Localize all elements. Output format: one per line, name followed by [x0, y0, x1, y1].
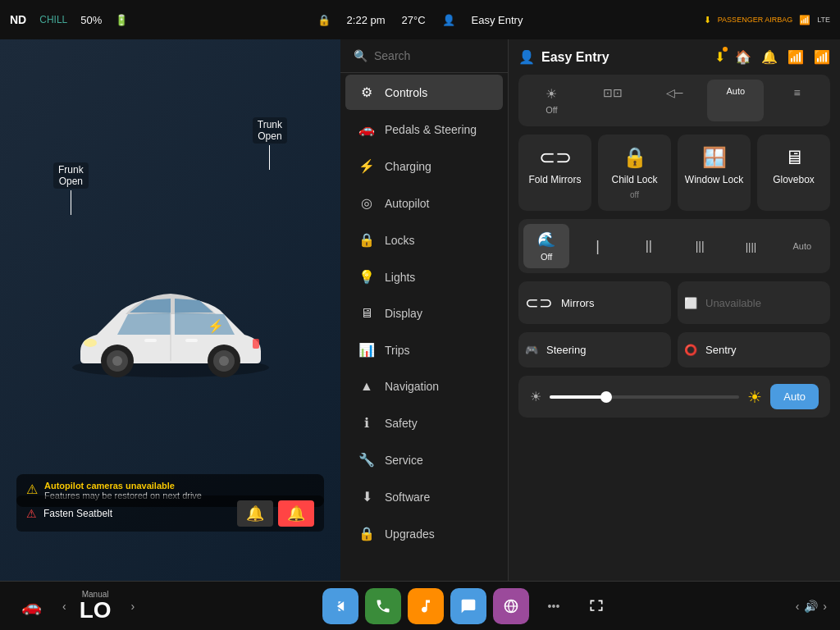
search-bar[interactable]: 🔍	[340, 39, 508, 73]
wiper-speed1-icon: |	[596, 238, 600, 255]
mirrors-row: ⊂⊃ Mirrors ⬜ Unavailable	[518, 281, 830, 324]
car-svg: ⚡	[56, 253, 285, 400]
auto-brightness-button[interactable]: Auto	[770, 384, 819, 409]
search-input[interactable]	[374, 49, 509, 62]
mirrors-button[interactable]: ⊂⊃ Mirrors	[518, 281, 671, 324]
home-icon[interactable]: 🏠	[735, 49, 751, 65]
music-app-icon[interactable]	[408, 588, 444, 624]
wiper-speed2-icon: ||	[646, 239, 652, 253]
service-label: Service	[385, 454, 423, 467]
nav-item-safety[interactable]: ℹ Safety	[345, 405, 503, 441]
window-lock-button[interactable]: 🪟 Window Lock	[678, 135, 751, 211]
lights-auto-label: Auto	[726, 86, 745, 96]
bluetooth-icon[interactable]: 📶	[788, 49, 804, 65]
messages-app-icon[interactable]	[450, 588, 486, 624]
lte-icon: LTE	[817, 16, 830, 24]
phone-app-icon[interactable]	[365, 588, 401, 624]
fullscreen-icon[interactable]	[578, 588, 614, 624]
trips-icon: 📊	[358, 342, 375, 358]
lights-label: Lights	[385, 271, 415, 284]
nav-item-upgrades[interactable]: 🔒 Upgrades	[345, 516, 503, 551]
mirrors-adjust-icon: ⊂⊃	[525, 293, 553, 313]
lock-icon: 🔒	[317, 14, 331, 26]
svg-rect-11	[144, 339, 157, 342]
svg-point-8	[84, 339, 97, 347]
nav-item-pedals[interactable]: 🚗 Pedals & Steering	[345, 112, 503, 147]
navigation-label: Navigation	[385, 380, 439, 393]
controls-icon: ⚙	[358, 84, 375, 100]
wiper-speed3-icon: |||	[696, 240, 705, 253]
fold-mirrors-icon: ⊂⊃	[539, 146, 572, 169]
navigation-panel: 🔍 ⚙ Controls 🚗 Pedals & Steering ⚡ Charg…	[340, 39, 509, 581]
nav-item-display[interactable]: 🖥 Display	[345, 296, 503, 331]
signal-icon: 📶	[799, 15, 810, 25]
nav-item-service[interactable]: 🔧 Service	[345, 442, 503, 477]
more-apps-icon[interactable]: •••	[536, 588, 572, 624]
gear-next-arrow[interactable]: ›	[125, 596, 142, 616]
nav-item-locks[interactable]: 🔒 Locks	[345, 222, 503, 258]
nav-item-autopilot[interactable]: ◎ Autopilot	[345, 185, 503, 221]
child-lock-status: off	[630, 190, 639, 199]
controls-panel: 👤 Easy Entry ⬇ 🏠 🔔 📶 📶 ☀ Off ⊡⊡ ◁─ Auto …	[509, 39, 840, 581]
wiper-speed1-button[interactable]: |	[574, 231, 620, 262]
brightness-row: ☀ ☀ Auto	[518, 376, 830, 418]
svg-point-4	[112, 356, 122, 366]
nav-item-charging[interactable]: ⚡ Charging	[345, 148, 503, 184]
lights-auto-button[interactable]: Auto	[707, 80, 764, 121]
svg-rect-12	[185, 339, 198, 342]
unavailable-icon: ⬜	[684, 297, 697, 309]
brightness-slider[interactable]	[550, 395, 739, 399]
volume-icon[interactable]: 🔊	[804, 600, 818, 613]
lights-low-button[interactable]: ◁─	[646, 80, 703, 121]
wiper-off-button[interactable]: 🌊 Off	[523, 224, 569, 268]
bluetooth-app-icon[interactable]	[322, 588, 358, 624]
lights-icon: 💡	[358, 269, 375, 285]
panel-header: 👤 Easy Entry ⬇ 🏠 🔔 📶 📶	[518, 49, 830, 65]
unavailable-label: Unavailable	[705, 297, 761, 309]
lights-off-button[interactable]: ☀ Off	[523, 80, 580, 121]
high-beam-icon: ≡	[794, 86, 801, 99]
download-status-icon[interactable]: ⬇	[714, 49, 725, 65]
charging-label: Charging	[385, 160, 431, 173]
browser-app-icon[interactable]	[493, 588, 529, 624]
child-lock-button[interactable]: 🔒 Child Lock off	[598, 135, 671, 211]
car-area: FrunkOpen TrunkOpen	[0, 39, 340, 581]
wiper-auto-button[interactable]: Auto	[779, 235, 825, 258]
nav-item-software[interactable]: ⬇ Software	[345, 479, 503, 514]
autopilot-icon: ◎	[358, 195, 375, 211]
header-icons: ⬇ 🏠 🔔 📶 📶	[714, 49, 830, 65]
signal-bars-icon[interactable]: 📶	[814, 49, 830, 65]
left-status: ND CHILL 50% 🔋	[10, 13, 128, 26]
temperature: 27°C	[402, 14, 426, 26]
wiper-speed4-button[interactable]: ||||	[728, 234, 774, 259]
lights-high-button[interactable]: ≡	[769, 80, 825, 121]
steering-button[interactable]: 🎮 Steering	[518, 332, 671, 368]
sentry-button[interactable]: ⭕ Sentry	[678, 332, 830, 368]
volume-controls: ‹ 🔊 ›	[796, 600, 827, 613]
right-status: ⬇ PASSENGER AIRBAG 📶 LTE	[704, 15, 830, 25]
nav-item-controls[interactable]: ⚙ Controls	[345, 75, 503, 110]
bell-icon[interactable]: 🔔	[761, 49, 778, 65]
svg-rect-9	[253, 339, 259, 349]
low-beam-icon: ◁─	[666, 86, 683, 99]
volume-prev-arrow[interactable]: ‹	[796, 600, 800, 613]
car-taskbar-icon[interactable]: 🚗	[13, 588, 49, 624]
lights-parking-button[interactable]: ⊡⊡	[585, 80, 641, 121]
nav-item-navigation[interactable]: ▲ Navigation	[345, 369, 503, 404]
wiper-speed3-button[interactable]: |||	[677, 233, 723, 259]
volume-next-arrow[interactable]: ›	[823, 600, 827, 613]
glovebox-button[interactable]: 🖥 Glovebox	[757, 135, 830, 211]
wiper-speed2-button[interactable]: ||	[626, 232, 672, 260]
fold-mirrors-button[interactable]: ⊂⊃ Fold Mirrors	[518, 135, 591, 211]
profile-icon: 👤	[442, 14, 455, 26]
steering-label: Steering	[546, 344, 586, 356]
nav-item-lights[interactable]: 💡 Lights	[345, 259, 503, 294]
display-icon: 🖥	[358, 306, 375, 321]
gear-prev-arrow[interactable]: ‹	[56, 596, 73, 616]
software-icon: ⬇	[358, 489, 375, 504]
glovebox-icon: 🖥	[784, 146, 804, 169]
panel-title: 👤 Easy Entry	[518, 49, 609, 65]
upgrades-icon: 🔒	[358, 526, 375, 541]
nav-item-trips[interactable]: 📊 Trips	[345, 332, 503, 368]
brightness-sun-bright-icon: ☀	[747, 387, 762, 407]
